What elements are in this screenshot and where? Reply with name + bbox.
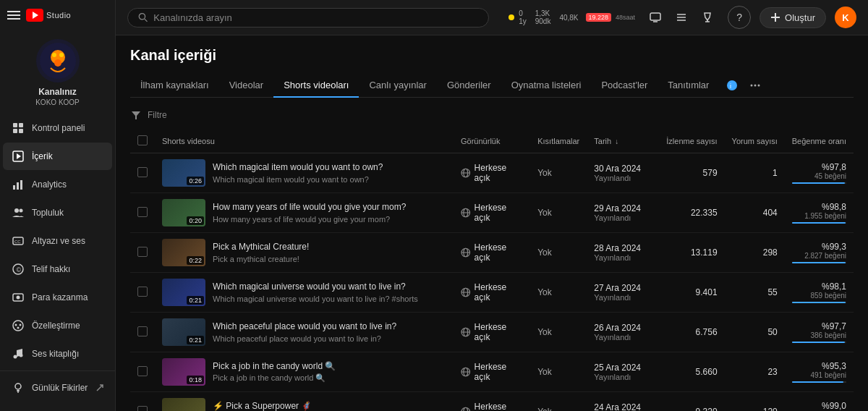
rating-likes: 45 beğeni bbox=[792, 172, 846, 180]
tab-oynatma[interactable]: Oynatma listeleri bbox=[501, 74, 592, 98]
sidebar-item-kontrol[interactable]: Kontrol paneli bbox=[3, 114, 112, 142]
thumbnail-wrap[interactable]: 0:21 bbox=[162, 318, 205, 346]
tab-more-btn[interactable] bbox=[745, 75, 765, 96]
tab-podcast[interactable]: Podcast'ler bbox=[591, 74, 658, 98]
rating-bar bbox=[792, 222, 846, 224]
svg-point-30 bbox=[15, 384, 21, 389]
video-title[interactable]: ⚡ Pick a Superpower 🦸 bbox=[213, 401, 312, 411]
tab-circle-icon-btn[interactable]: i bbox=[722, 75, 742, 96]
thumbnail-wrap[interactable]: 0:20 bbox=[162, 199, 205, 226]
restriction-label: Yok bbox=[537, 327, 552, 337]
search-input[interactable] bbox=[153, 12, 478, 23]
sidebar-item-ses[interactable]: Ses kitaplığı bbox=[3, 340, 112, 368]
row-checkbox-cell bbox=[130, 392, 155, 412]
video-title[interactable]: Which peaceful place would you want to l… bbox=[213, 321, 396, 333]
create-button[interactable]: Oluştur bbox=[760, 7, 826, 28]
rating-fill bbox=[792, 222, 846, 224]
date-main: 29 Ara 2024 bbox=[594, 203, 652, 213]
svg-rect-40 bbox=[650, 13, 660, 20]
row-restriction-cell: Yok bbox=[530, 313, 587, 352]
svg-line-39 bbox=[145, 19, 148, 22]
select-all-checkbox[interactable] bbox=[137, 135, 148, 145]
cc-icon: CC bbox=[12, 234, 25, 247]
visibility-badge: Herkese açık bbox=[461, 322, 523, 342]
row-checkbox-cell bbox=[130, 153, 155, 193]
video-info: 0:18 Pick a job in the candy world 🔍 Pic… bbox=[162, 358, 446, 386]
people-icon bbox=[12, 206, 25, 219]
row-checkbox[interactable] bbox=[137, 406, 148, 412]
user-avatar[interactable]: K bbox=[835, 7, 856, 28]
sidebar-item-anahtar[interactable]: Anahtar Kelime Kontrolü bbox=[3, 402, 112, 411]
telif-label: Telif hakkı bbox=[32, 264, 70, 274]
tab-shorts[interactable]: Shorts videoları bbox=[273, 74, 359, 98]
row-views-cell: 6.756 bbox=[659, 313, 724, 352]
topluluk-label: Topluluk bbox=[32, 208, 64, 218]
video-duration: 0:21 bbox=[187, 336, 204, 344]
video-title[interactable]: Pick a Mythical Creature! bbox=[213, 242, 309, 253]
row-checkbox[interactable] bbox=[137, 287, 148, 297]
svg-rect-14 bbox=[17, 182, 19, 190]
sidebar-item-topluluk[interactable]: Topluluk bbox=[3, 199, 112, 226]
sidebar-item-analytics[interactable]: Analytics bbox=[3, 171, 112, 198]
row-rating-cell: %95,3 491 beğeni bbox=[785, 352, 854, 392]
tab-ilham[interactable]: İlham kaynakları bbox=[130, 74, 219, 98]
sidebar-item-para[interactable]: Para kazanma bbox=[3, 284, 112, 311]
tab-gonderiler[interactable]: Gönderiler bbox=[437, 74, 501, 98]
row-checkbox[interactable] bbox=[137, 326, 148, 336]
row-views-cell: 13.119 bbox=[659, 233, 724, 273]
ozellestir-label: Özelleştirme bbox=[32, 321, 80, 331]
row-restriction-cell: Yok bbox=[530, 392, 587, 412]
header-date[interactable]: Tarih ↓ bbox=[587, 130, 659, 153]
row-checkbox[interactable] bbox=[137, 207, 148, 217]
studio-label: Studio bbox=[46, 11, 71, 20]
svg-point-49 bbox=[727, 80, 737, 90]
rating-likes: 859 beğeni bbox=[792, 292, 846, 300]
row-checkbox[interactable] bbox=[137, 247, 148, 257]
thumbnail-wrap[interactable]: 0:22 bbox=[162, 239, 205, 266]
tab-tanitim[interactable]: Tanıtımlar bbox=[658, 74, 719, 98]
video-title[interactable]: Which magical item would you want to own… bbox=[213, 162, 383, 174]
sidebar-item-telif[interactable]: © Telif hakkı bbox=[3, 255, 112, 283]
svg-point-16 bbox=[14, 208, 19, 213]
channel-avatar[interactable] bbox=[36, 39, 80, 82]
tab-videolar[interactable]: Videolar bbox=[219, 74, 273, 98]
table-row: 0:21 ⚡ Pick a Superpower 🦸 ⚡ Pick a Supe… bbox=[130, 392, 854, 412]
sidebar-item-altyazi[interactable]: CC Altyazı ve ses bbox=[3, 227, 112, 255]
sidebar-item-gunluk[interactable]: Günlük Fikirler bbox=[3, 374, 112, 402]
row-checkbox[interactable] bbox=[137, 366, 148, 376]
tab-canli[interactable]: Canlı yayınlar bbox=[359, 74, 436, 98]
video-info: 0:21 ⚡ Pick a Superpower 🦸 ⚡ Pick a Supe… bbox=[162, 398, 446, 411]
list-icon-btn[interactable] bbox=[670, 6, 693, 29]
date-main: 25 Ara 2024 bbox=[594, 363, 652, 373]
hamburger-menu[interactable] bbox=[7, 11, 20, 20]
rating-fill bbox=[792, 182, 846, 184]
sidebar-item-ozellestir[interactable]: Özelleştirme bbox=[3, 312, 112, 339]
music-icon bbox=[12, 347, 25, 360]
help-btn[interactable]: ? bbox=[728, 6, 751, 29]
row-checkbox-cell bbox=[130, 193, 155, 233]
video-text: ⚡ Pick a Superpower 🦸 ⚡ Pick a Superpowe… bbox=[213, 401, 312, 411]
rating-fill bbox=[792, 262, 846, 263]
row-checkbox[interactable] bbox=[137, 167, 148, 177]
thumbnail-wrap[interactable]: 0:26 bbox=[162, 159, 205, 187]
row-rating-cell: %98,8 1.955 beğeni bbox=[785, 193, 854, 233]
sidebar-nav: Kontrol paneli İçerik Analytics Topluluk… bbox=[0, 114, 115, 411]
thumbnail-wrap[interactable]: 0:21 bbox=[162, 398, 205, 411]
table-row: 0:20 How many years of life would you gi… bbox=[130, 193, 854, 233]
thumbnail-wrap[interactable]: 0:21 bbox=[162, 279, 205, 306]
thumbnail-wrap[interactable]: 0:18 bbox=[162, 358, 205, 386]
tv-icon-btn[interactable] bbox=[644, 6, 667, 29]
sidebar-item-icerik[interactable]: İçerik bbox=[3, 143, 112, 170]
trophy-icon-btn[interactable] bbox=[696, 6, 719, 29]
row-checkbox-cell bbox=[130, 233, 155, 273]
row-comments-cell: 298 bbox=[725, 233, 785, 273]
row-date-cell: 26 Ara 2024 Yayınlandı bbox=[587, 313, 659, 352]
row-date-cell: 29 Ara 2024 Yayınlandı bbox=[587, 193, 659, 233]
video-title[interactable]: Which magical universe would you want to… bbox=[213, 281, 418, 293]
analytics-label: Analytics bbox=[32, 179, 67, 190]
video-title[interactable]: How many years of life would you give yo… bbox=[213, 202, 406, 213]
svg-rect-15 bbox=[20, 180, 22, 190]
video-title[interactable]: Pick a job in the candy world 🔍 bbox=[213, 361, 336, 373]
row-checkbox-cell bbox=[130, 313, 155, 352]
search-bar[interactable] bbox=[127, 8, 489, 27]
